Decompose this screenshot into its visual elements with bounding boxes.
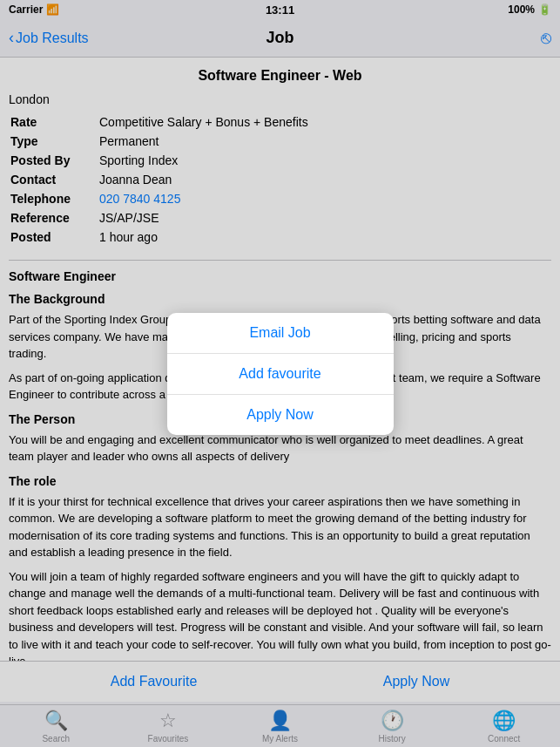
popup-menu: Email Job Add favourite Apply Now: [167, 313, 394, 435]
popup-email-job[interactable]: Email Job: [167, 313, 394, 354]
popup-apply-now[interactable]: Apply Now: [167, 395, 394, 435]
popup-add-favourite[interactable]: Add favourite: [167, 354, 394, 395]
popup-overlay[interactable]: Email Job Add favourite Apply Now: [0, 0, 560, 747]
